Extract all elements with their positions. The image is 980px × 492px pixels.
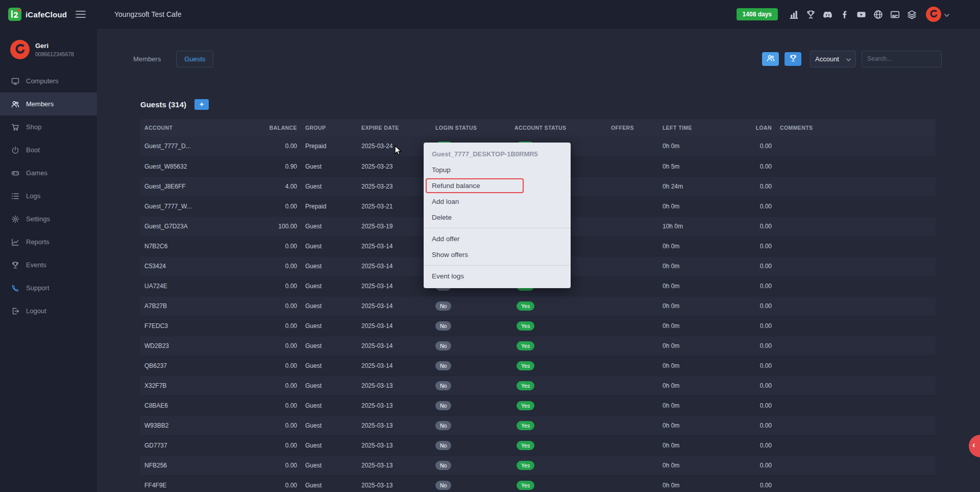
cell-account: Guest_7777_D... (140, 136, 242, 156)
cell-loan: 0.00 (730, 395, 776, 415)
sidebar-item-logout[interactable]: Logout (0, 299, 97, 322)
cell-left: 0h 0m (638, 336, 730, 356)
members-filter-button[interactable] (762, 52, 779, 66)
cell-status: Yes (510, 395, 590, 415)
table-row[interactable]: WD2B230.00Guest2025-03-14NoYes0h 0m0.00 (140, 336, 936, 356)
table-row[interactable]: QB62370.00Guest2025-03-14NoYes0h 0m0.00 (140, 356, 936, 376)
cell-offers (590, 236, 638, 256)
trophy-icon[interactable] (806, 10, 816, 19)
cell-group: Guest (301, 276, 357, 296)
sidebar-menu: ComputersMembersShopBootGamesLogsSetting… (0, 69, 97, 322)
cell-offers (590, 276, 638, 296)
cell-left: 0h 0m (638, 256, 730, 276)
subtitles-icon[interactable] (890, 10, 900, 19)
context-menu-item-event-logs[interactable]: Event logs (424, 268, 571, 284)
cell-expire: 2025-03-19 (357, 216, 431, 236)
context-menu-item-add-offer[interactable]: Add offer (424, 231, 571, 247)
cell-offers (590, 395, 638, 415)
cell-loan: 0.00 (730, 475, 776, 492)
globe-icon[interactable] (873, 10, 883, 19)
cell-login: No (431, 415, 510, 435)
cell-expire: 2025-03-14 (357, 256, 431, 276)
cell-offers (590, 475, 638, 492)
stats-icon[interactable] (789, 10, 799, 19)
cell-group: Prepaid (301, 136, 357, 156)
settings-icon (11, 215, 19, 223)
cell-comments (776, 176, 936, 196)
sidebar-item-computers[interactable]: Computers (0, 69, 97, 92)
cell-group: Guest (301, 316, 357, 336)
cell-comments (776, 216, 936, 236)
cell-comments (776, 435, 936, 455)
sidebar-item-events[interactable]: Events (0, 253, 97, 276)
context-menu-item-topup[interactable]: Topup (424, 162, 571, 178)
menu-divider (424, 228, 571, 228)
cell-login: No (431, 376, 510, 395)
search-input[interactable] (862, 51, 942, 67)
layers-icon[interactable] (907, 10, 917, 19)
sidebar-item-members[interactable]: Members (0, 92, 97, 115)
cell-expire: 2025-03-13 (357, 475, 431, 492)
sidebar-item-settings[interactable]: Settings (0, 207, 97, 230)
column-header-comments: COMMENTS (776, 119, 936, 136)
status-badge: Yes (517, 321, 534, 331)
table-row[interactable]: W93BB20.00Guest2025-03-13NoYes0h 0m0.00 (140, 415, 936, 435)
cell-balance: 0.00 (242, 356, 301, 376)
cell-comments (776, 455, 936, 475)
table-row[interactable]: F7EDC30.00Guest2025-03-14NoYes0h 0m0.00 (140, 316, 936, 336)
cell-left: 0h 0m (638, 435, 730, 455)
table-row[interactable]: NFB2560.00Guest2025-03-13NoYes0h 0m0.00 (140, 455, 936, 475)
sidebar-item-logs[interactable]: Logs (0, 184, 97, 207)
sidebar-item-reports[interactable]: Reports (0, 230, 97, 253)
sidebar-user[interactable]: Geri 0086612345678 (0, 29, 97, 69)
context-menu-item-delete[interactable]: Delete (424, 209, 571, 225)
facebook-icon[interactable] (840, 10, 849, 19)
table-row[interactable]: A7B27B0.00Guest2025-03-14NoYes0h 0m0.00 (140, 296, 936, 316)
heading-row: Guests (314) + (140, 98, 980, 111)
cell-account: Guest_G7D23A (140, 216, 242, 236)
cell-balance: 0.00 (242, 415, 301, 435)
cell-left: 0h 0m (638, 316, 730, 336)
cell-expire: 2025-03-13 (357, 455, 431, 475)
cell-account: WD2B23 (140, 336, 242, 356)
cell-expire: 2025-03-13 (357, 395, 431, 415)
user-menu[interactable] (926, 7, 949, 22)
tab-guests[interactable]: Guests (176, 51, 213, 67)
cell-group: Guest (301, 296, 357, 316)
sidebar-item-boot[interactable]: Boot (0, 138, 97, 161)
toolbar-buttons (762, 52, 801, 66)
table-row[interactable]: X32F7B0.00Guest2025-03-13NoYes0h 0m0.00 (140, 376, 936, 395)
discord-icon[interactable] (823, 10, 832, 19)
cell-login: No (431, 356, 510, 376)
table-row[interactable]: C8BAE60.00Guest2025-03-13NoYes0h 0m0.00 (140, 395, 936, 415)
context-menu-item-refund-balance[interactable]: Refund balance (424, 178, 571, 194)
login-badge: No (435, 461, 451, 470)
youtube-icon[interactable] (856, 10, 866, 19)
sidebar-item-shop[interactable]: Shop (0, 115, 97, 138)
logout-icon (11, 307, 19, 315)
sidebar-item-games[interactable]: Games (0, 161, 97, 184)
context-menu-item-show-offers[interactable]: Show offers (424, 247, 571, 263)
table-row[interactable]: GD77370.00Guest2025-03-13NoYes0h 0m0.00 (140, 435, 936, 455)
trophy-icon (789, 54, 797, 64)
status-badge: Yes (517, 301, 534, 311)
cell-offers (590, 176, 638, 196)
add-guest-button[interactable]: + (194, 99, 209, 110)
cell-group: Guest (301, 256, 357, 276)
status-badge: Yes (517, 381, 534, 390)
sidebar-item-label: Members (26, 100, 54, 108)
context-menu-item-add-loan[interactable]: Add loan (424, 194, 571, 209)
cell-group: Guest (301, 236, 357, 256)
offers-filter-button[interactable] (785, 52, 801, 66)
sidebar-item-support[interactable]: Support (0, 276, 97, 299)
cell-account: Guest_W85632 (140, 156, 242, 176)
table-row[interactable]: FF4F9E0.00Guest2025-03-13NoYes0h 0m0.00 (140, 475, 936, 492)
status-badge: Yes (517, 481, 534, 490)
cell-comments (776, 236, 936, 256)
cell-account: UA724E (140, 276, 242, 296)
cell-comments (776, 276, 936, 296)
tab-members[interactable]: Members (125, 51, 169, 67)
subscription-days-badge[interactable]: 1408 days (737, 8, 778, 20)
menu-toggle-icon[interactable] (76, 11, 86, 18)
account-filter-select[interactable]: Account (810, 51, 856, 67)
